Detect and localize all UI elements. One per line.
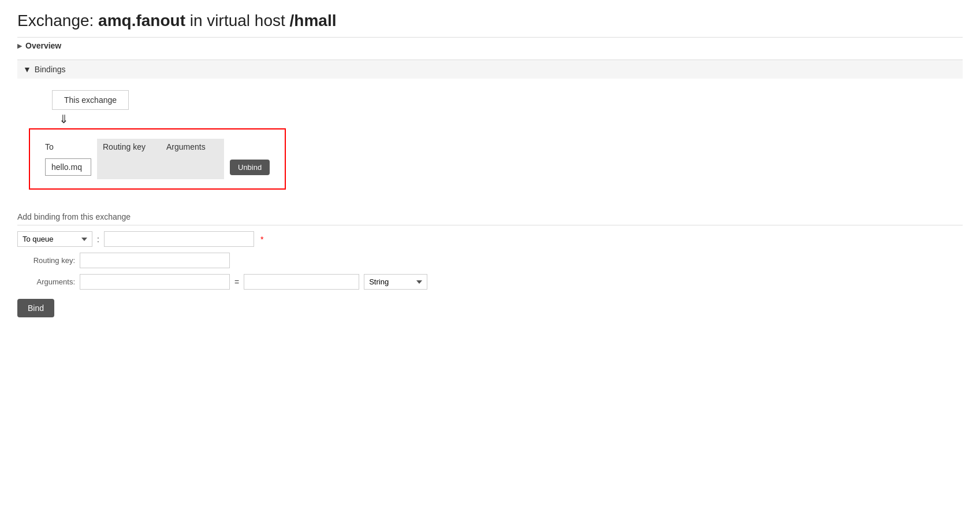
bindings-arrow: ▼ xyxy=(23,65,31,74)
to-queue-row: To queue To exchange : * xyxy=(17,231,963,247)
bindings-table: To Routing key Arguments hello.mqUnbind xyxy=(39,139,275,179)
equals-sign: = xyxy=(234,277,239,287)
binding-to-cell: hello.mq xyxy=(39,155,97,179)
table-row: hello.mqUnbind xyxy=(39,155,275,179)
bindings-content: This exchange ⇓ To Routing key Arguments… xyxy=(17,79,963,203)
col-arguments: Arguments xyxy=(161,139,224,155)
binding-routing-cell xyxy=(97,155,161,179)
this-exchange-box: This exchange xyxy=(52,90,129,110)
arguments-value-input[interactable] xyxy=(244,274,359,290)
arguments-type-select[interactable]: String Number Boolean xyxy=(364,274,427,290)
col-to: To xyxy=(39,139,97,155)
bindings-label: Bindings xyxy=(35,65,66,74)
to-queue-select-wrapper: To queue To exchange xyxy=(17,231,92,247)
routing-key-label: Routing key: xyxy=(17,256,75,265)
string-select-wrapper: String Number Boolean xyxy=(364,274,427,290)
col-action xyxy=(224,139,275,155)
overview-arrow: ▶ xyxy=(17,42,22,50)
page-title: Exchange: amq.fanout in virtual host /hm… xyxy=(17,12,963,30)
binding-action-cell: Unbind xyxy=(224,155,275,179)
bindings-table-wrapper: To Routing key Arguments hello.mqUnbind xyxy=(29,128,286,190)
overview-toggle[interactable]: ▶ Overview xyxy=(17,37,963,54)
arrow-down-icon: ⇓ xyxy=(59,112,951,126)
bind-button[interactable]: Bind xyxy=(17,299,54,317)
queue-name-box: hello.mq xyxy=(45,158,91,176)
overview-label: Overview xyxy=(25,41,61,50)
routing-key-input[interactable] xyxy=(80,253,230,268)
add-binding-title: Add binding from this exchange xyxy=(17,212,963,225)
required-indicator: * xyxy=(260,235,263,244)
bindings-toggle[interactable]: ▼ Bindings xyxy=(17,60,963,79)
binding-args-cell xyxy=(161,155,224,179)
arguments-label: Arguments: xyxy=(17,277,75,286)
to-queue-colon: : xyxy=(97,235,99,244)
to-queue-select[interactable]: To queue To exchange xyxy=(17,231,92,247)
arguments-key-input[interactable] xyxy=(80,274,230,290)
bindings-section: ▼ Bindings This exchange ⇓ To Routing ke… xyxy=(17,60,963,203)
to-queue-input[interactable] xyxy=(104,231,254,247)
unbind-button[interactable]: Unbind xyxy=(230,160,270,175)
arguments-row: Arguments: = String Number Boolean xyxy=(17,274,963,290)
overview-section: ▶ Overview xyxy=(17,37,963,54)
col-routing-key: Routing key xyxy=(97,139,161,155)
routing-key-row: Routing key: xyxy=(17,253,963,268)
add-binding-section: Add binding from this exchange To queue … xyxy=(17,212,963,317)
